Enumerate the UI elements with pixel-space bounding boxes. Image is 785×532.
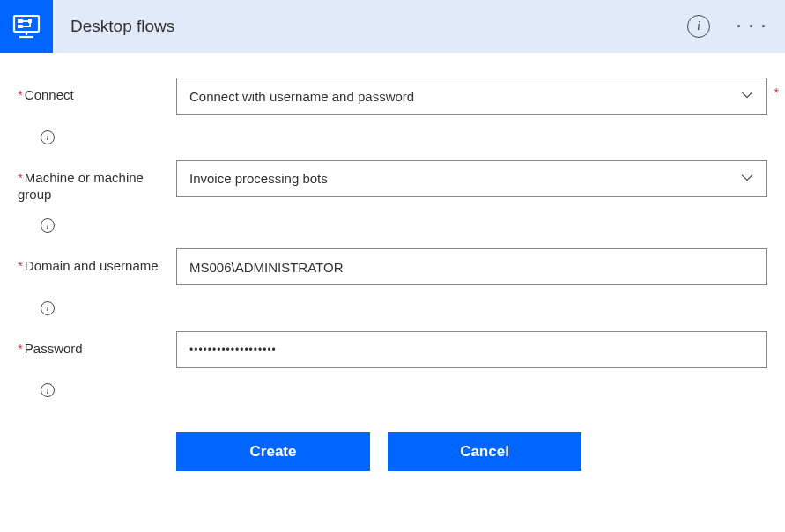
row-connect: *Connect Connect with username and passw…: [18, 78, 767, 115]
connect-label: *Connect: [18, 87, 74, 102]
form-area: *Connect Connect with username and passw…: [0, 53, 785, 496]
svg-rect-1: [18, 19, 23, 23]
svg-rect-3: [18, 25, 23, 28]
chevron-down-icon: [740, 170, 754, 187]
machine-select[interactable]: Invoice processing bots: [176, 160, 767, 197]
info-icon[interactable]: i: [687, 15, 710, 38]
password-masked-value: •••••••••••••••••••: [189, 344, 277, 356]
domain-info-icon[interactable]: i: [41, 301, 55, 315]
password-input[interactable]: •••••••••••••••••••: [176, 331, 767, 368]
button-row: Create Cancel: [176, 432, 767, 471]
chevron-down-icon: [740, 88, 754, 105]
password-info-icon[interactable]: i: [41, 383, 55, 397]
header-bar: Desktop flows i · · ·: [0, 0, 785, 53]
cancel-button[interactable]: Cancel: [388, 432, 581, 471]
row-password: *Password •••••••••••••••••••: [18, 331, 767, 368]
domain-username-value: MS006\ADMINISTRATOR: [189, 260, 343, 275]
machine-select-value: Invoice processing bots: [189, 171, 328, 186]
connect-select[interactable]: Connect with username and password: [176, 78, 767, 115]
domain-username-input[interactable]: MS006\ADMINISTRATOR: [176, 248, 767, 285]
create-button[interactable]: Create: [176, 432, 370, 471]
svg-rect-0: [14, 16, 39, 32]
password-label: *Password: [18, 341, 83, 356]
row-domain: *Domain and username MS006\ADMINISTRATOR: [18, 248, 767, 285]
more-menu-icon[interactable]: · · ·: [737, 18, 767, 36]
machine-label: *Machine or machine group: [18, 170, 144, 203]
row-machine: *Machine or machine group Invoice proces…: [18, 160, 767, 203]
connect-select-value: Connect with username and password: [189, 89, 414, 104]
connect-info-icon[interactable]: i: [41, 130, 55, 144]
required-indicator: *: [774, 85, 779, 100]
machine-info-icon[interactable]: i: [41, 218, 55, 233]
svg-rect-2: [28, 19, 32, 23]
page-title: Desktop flows: [70, 17, 687, 36]
desktop-flows-icon: [0, 0, 53, 53]
domain-label: *Domain and username: [18, 258, 159, 273]
